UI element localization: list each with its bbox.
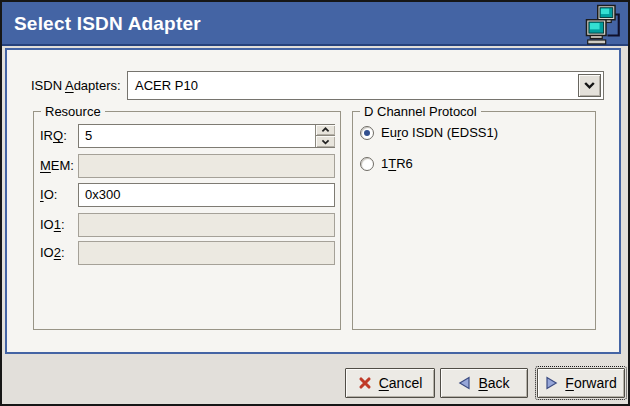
io-label: IO: (40, 183, 57, 207)
io-value: 0x300 (85, 184, 120, 206)
forward-arrow-icon (545, 376, 558, 390)
back-arrow-icon (458, 376, 471, 390)
chevron-up-icon (321, 127, 330, 133)
network-computers-icon (583, 4, 623, 46)
io2-row: IO2: (34, 241, 340, 265)
dialog-window: Select ISDN Adapter (0, 0, 630, 406)
d-channel-protocol-group: D Channel Protocol Euro ISDN (EDSS1) 1TR… (352, 111, 596, 330)
1tr6-label: 1TR6 (381, 155, 413, 172)
irq-row: IRQ: 5 (34, 124, 340, 148)
cancel-button-label: Cancel (379, 375, 423, 391)
isdn-adapters-label: ISDN Adapters: (31, 71, 121, 100)
forward-button-label: Forward (565, 375, 616, 391)
irq-label: IRQ: (40, 124, 67, 148)
io1-input (78, 213, 335, 237)
io-row: IO: 0x300 (34, 183, 340, 207)
cancel-button[interactable]: Cancel (345, 368, 435, 398)
resource-group-title: Resource (41, 103, 105, 120)
isdn-adapter-selected-value: ACER P10 (135, 72, 198, 99)
io2-label: IO2: (40, 241, 65, 265)
isdn-adapter-combobox[interactable]: ACER P10 (127, 71, 604, 100)
cancel-x-icon (358, 376, 372, 390)
dialog-title: Select ISDN Adapter (14, 2, 201, 46)
radio-button-icon[interactable] (360, 126, 374, 140)
radio-option-euro-isdn[interactable]: Euro ISDN (EDSS1) (360, 124, 498, 141)
spin-down-button[interactable] (316, 136, 335, 147)
forward-button[interactable]: Forward (537, 368, 625, 398)
radio-option-1tr6[interactable]: 1TR6 (360, 155, 413, 172)
irq-spinner (315, 125, 334, 147)
mem-row: MEM: (34, 154, 340, 178)
chevron-down-icon (321, 139, 330, 145)
io1-label: IO1: (40, 213, 65, 237)
back-button[interactable]: Back (440, 368, 528, 398)
io1-row: IO1: (34, 213, 340, 237)
content-panel: ISDN Adapters: ACER P10 Resource IRQ: 5 (5, 48, 621, 354)
chevron-down-icon (583, 81, 596, 90)
d-channel-protocol-group-title: D Channel Protocol (360, 103, 481, 120)
euro-isdn-label: Euro ISDN (EDSS1) (381, 124, 498, 141)
spin-up-button[interactable] (316, 125, 335, 136)
irq-value: 5 (85, 125, 92, 147)
combobox-dropdown-button[interactable] (578, 74, 601, 97)
io-input[interactable]: 0x300 (78, 183, 335, 207)
back-button-label: Back (478, 375, 509, 391)
titlebar: Select ISDN Adapter (2, 2, 628, 46)
io2-input (78, 241, 335, 265)
resource-group: Resource IRQ: 5 MEM: IO: (33, 111, 341, 330)
radio-button-icon[interactable] (360, 157, 374, 171)
mem-input (78, 154, 335, 178)
mem-label: MEM: (40, 154, 74, 178)
irq-spin-input[interactable]: 5 (78, 124, 335, 148)
